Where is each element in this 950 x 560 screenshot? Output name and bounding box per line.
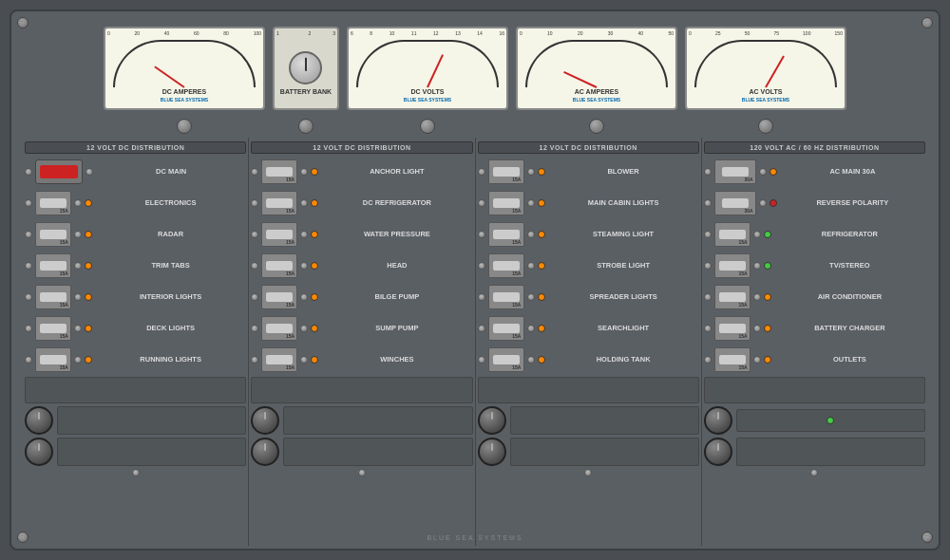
breaker-air-conditioner[interactable]: 15A xyxy=(714,285,750,309)
breaker-main-cabin-lights[interactable]: 15A xyxy=(488,191,524,215)
toggle-spreader-lights[interactable] xyxy=(493,292,520,302)
toggle-electronics[interactable] xyxy=(40,198,66,208)
toggle-refrigerator[interactable] xyxy=(719,230,746,239)
dc-amp-label: DC AMPERES xyxy=(162,88,206,96)
breaker-winches[interactable]: 15A xyxy=(261,347,297,372)
toggle-interior-lights[interactable] xyxy=(40,292,66,302)
knob-dc3-1[interactable] xyxy=(478,406,506,435)
s49 xyxy=(704,293,712,301)
toggle-reverse-polarity[interactable] xyxy=(722,198,749,208)
knob-dc1-2[interactable] xyxy=(25,438,53,466)
breaker-deck-lights[interactable]: 15A xyxy=(35,316,71,341)
breaker-battery-charger[interactable]: 15A xyxy=(714,316,750,341)
toggle-anchor-light[interactable] xyxy=(266,167,293,177)
cb-trim-tabs: 15A TRIM TABS xyxy=(25,252,246,280)
label-battery-charger: BATTERY CHARGER xyxy=(774,325,925,332)
toggle-head[interactable] xyxy=(266,261,293,271)
toggle-water-pressure[interactable] xyxy=(266,230,293,239)
cb-head: 15A HEAD xyxy=(251,252,472,280)
light-reverse-polarity xyxy=(770,199,777,207)
toggle-searchlight[interactable] xyxy=(493,324,520,333)
breaker-water-pressure[interactable]: 15A xyxy=(261,222,297,247)
s53 xyxy=(704,356,712,364)
toggle-dc-refrigerator[interactable] xyxy=(266,198,293,208)
breaker-radar[interactable]: 15A xyxy=(35,222,71,247)
cb-dc-refrigerator: 15A DC REFRIGERATOR xyxy=(251,189,472,217)
s29 xyxy=(478,199,485,207)
s31 xyxy=(478,231,485,238)
breaker-refrigerator[interactable]: 15A xyxy=(714,222,750,247)
breaker-searchlight[interactable]: 15A xyxy=(488,316,524,341)
breaker-dc-refrigerator[interactable]: 15A xyxy=(261,191,297,215)
toggle-main-cabin-lights[interactable] xyxy=(493,198,520,208)
s28 xyxy=(527,168,535,176)
dc-amp-adjust[interactable] xyxy=(177,119,192,134)
breaker-tv-stereo[interactable]: 15A xyxy=(714,253,750,278)
toggle-deck-lights[interactable] xyxy=(40,324,66,333)
breaker-spreader-lights[interactable]: 15A xyxy=(488,285,524,309)
breaker-blower[interactable]: 15A xyxy=(488,159,524,184)
knob-dc3-2[interactable] xyxy=(478,438,506,466)
breaker-holding-tank[interactable]: 15A xyxy=(488,347,524,372)
label-head: HEAD xyxy=(321,262,472,270)
light-running-lights xyxy=(85,356,92,364)
toggle-winches[interactable] xyxy=(266,355,293,364)
ac-volt-adjust[interactable] xyxy=(758,119,773,134)
light-trim-tabs xyxy=(85,262,92,270)
amp-deck-lights: 15A xyxy=(60,333,68,339)
label-electronics: ELECTRONICS xyxy=(95,199,246,207)
knob-ac-2[interactable] xyxy=(704,438,732,466)
toggle-trim-tabs[interactable] xyxy=(40,261,66,271)
knob-dc2-2[interactable] xyxy=(251,438,279,466)
s40 xyxy=(527,356,535,364)
toggle-air-conditioner[interactable] xyxy=(719,292,746,302)
breaker-trim-tabs[interactable]: 15A xyxy=(35,253,71,278)
toggle-bilge-pump[interactable] xyxy=(266,292,293,302)
battery-adjust[interactable] xyxy=(298,119,314,134)
ac-volt-arc xyxy=(694,40,836,87)
light-electronics xyxy=(85,199,92,207)
breaker-outlets[interactable]: 15A xyxy=(714,347,750,372)
toggle-running-lights[interactable] xyxy=(40,355,66,364)
light-dc-refrigerator xyxy=(311,199,318,207)
knob-dc2-1[interactable] xyxy=(251,406,279,435)
light-main-cabin-lights xyxy=(538,199,545,207)
amp-electronics: 15A xyxy=(60,208,68,214)
dc-amperes-meter: 020406080100 DC AMPERES BLUE SEA SYSTEMS xyxy=(104,27,265,110)
toggle-sump-pump[interactable] xyxy=(266,324,293,333)
knob-dc1-1[interactable] xyxy=(25,406,53,435)
breaker-bilge-pump[interactable]: 15A xyxy=(261,285,297,309)
battery-selector-knob[interactable] xyxy=(289,51,322,84)
toggle-ac-main[interactable] xyxy=(722,167,749,177)
ac-amp-adjust[interactable] xyxy=(589,119,604,134)
toggle-blower[interactable] xyxy=(493,167,520,177)
dc-amp-needle xyxy=(154,66,184,88)
toggle-outlets[interactable] xyxy=(719,355,746,364)
breaker-running-lights[interactable]: 15A xyxy=(35,347,71,372)
breaker-dc-main[interactable] xyxy=(35,159,83,184)
s8 xyxy=(74,293,82,301)
toggle-tv-stereo[interactable] xyxy=(719,261,746,271)
breaker-reverse-polarity[interactable]: 30A xyxy=(714,191,756,215)
toggle-battery-charger[interactable] xyxy=(719,324,746,333)
breaker-strobe-light[interactable]: 15A xyxy=(488,253,524,278)
toggle-steaming-light[interactable] xyxy=(493,230,520,239)
breaker-electronics[interactable]: 15A xyxy=(35,191,71,215)
knob-ac-1[interactable] xyxy=(704,406,732,435)
toggle-holding-tank[interactable] xyxy=(493,355,520,364)
breaker-sump-pump[interactable]: 15A xyxy=(261,316,297,341)
ac-volts-meter: 0255075100150 AC VOLTS BLUE SEA SYSTEMS xyxy=(685,27,846,110)
breaker-steaming-light[interactable]: 15A xyxy=(488,222,524,247)
blank-dc1-3 xyxy=(57,438,246,466)
label-ac-main: AC MAIN 30A xyxy=(780,168,925,176)
dc-volt-adjust[interactable] xyxy=(420,119,435,134)
toggle-strobe-light[interactable] xyxy=(493,261,520,271)
s11 xyxy=(25,356,32,364)
breaker-interior-lights[interactable]: 15A xyxy=(35,285,71,309)
toggle-radar[interactable] xyxy=(40,230,66,239)
breaker-anchor-light[interactable]: 15A xyxy=(261,159,297,184)
s12 xyxy=(74,356,82,364)
breaker-head[interactable]: 15A xyxy=(261,253,297,278)
breaker-ac-main[interactable]: 30A xyxy=(714,159,756,184)
toggle-dc-main[interactable] xyxy=(40,165,78,178)
